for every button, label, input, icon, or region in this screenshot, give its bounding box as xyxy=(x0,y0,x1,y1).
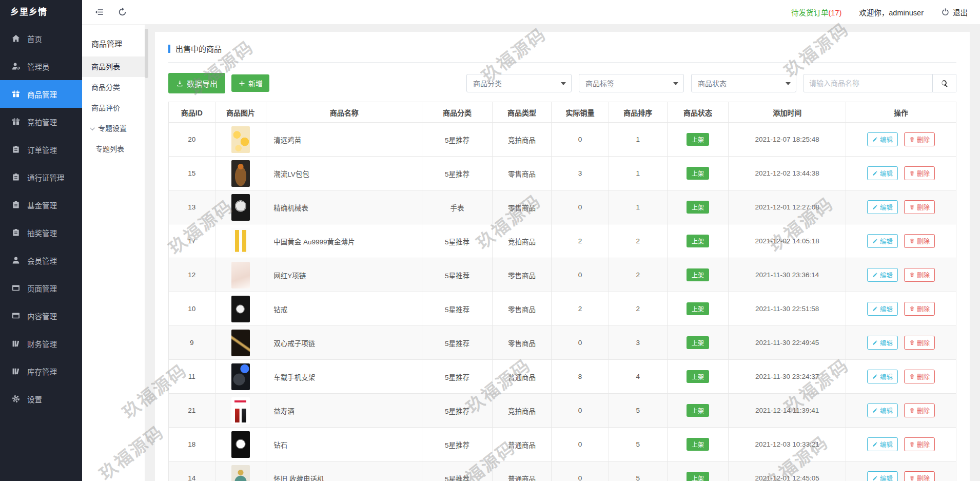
delete-button[interactable]: 删除 xyxy=(904,268,935,282)
logout-label: 退出 xyxy=(953,7,968,17)
product-name: 潮流LV包包 xyxy=(266,157,422,190)
sidebar-item-orders[interactable]: 订单管理 xyxy=(0,136,82,163)
pencil-icon xyxy=(872,306,878,312)
delete-button[interactable]: 删除 xyxy=(904,166,935,180)
product-category: 5星推荐 xyxy=(422,360,493,394)
submenu-item-product-review[interactable]: 商品评价 xyxy=(82,98,145,118)
delete-button[interactable]: 删除 xyxy=(904,370,935,383)
product-thumbnail[interactable] xyxy=(231,397,250,424)
edit-button[interactable]: 编辑 xyxy=(867,471,898,481)
edit-label: 编辑 xyxy=(880,304,893,314)
product-id: 21 xyxy=(169,394,215,428)
plus-icon xyxy=(238,80,246,87)
edit-button[interactable]: 编辑 xyxy=(867,268,898,282)
category-filter-select[interactable]: 商品分类 xyxy=(466,74,572,92)
page-icon xyxy=(11,283,21,293)
product-status-cell: 上架 xyxy=(667,394,729,428)
delete-label: 删除 xyxy=(917,202,930,212)
edit-label: 编辑 xyxy=(880,406,893,415)
delete-button[interactable]: 删除 xyxy=(904,302,935,316)
content-scrollbar-thumb[interactable] xyxy=(145,29,148,78)
status-badge: 上架 xyxy=(687,404,709,417)
sidebar-item-finance[interactable]: 财务管理 xyxy=(0,330,82,357)
product-thumbnail[interactable] xyxy=(231,160,250,187)
delete-button[interactable]: 删除 xyxy=(904,234,935,248)
product-id: 14 xyxy=(169,461,215,481)
sidebar-item-pages[interactable]: 页面管理 xyxy=(0,274,82,302)
edit-button[interactable]: 编辑 xyxy=(867,234,898,248)
product-type: 竞拍商品 xyxy=(492,123,551,157)
product-sales: 0 xyxy=(551,461,609,481)
logout-button[interactable]: 退出 xyxy=(941,7,968,17)
refresh-icon[interactable] xyxy=(117,7,127,17)
submenu-item-topic-settings[interactable]: 专题设置 xyxy=(82,118,145,139)
sidebar-item-members[interactable]: 会员管理 xyxy=(0,246,82,274)
app-shell: 乡里乡情 首页 管理员 商品管理 竞拍管理 订单管理 通行证管理 基金管理 抽奖… xyxy=(0,0,980,481)
edit-button[interactable]: 编辑 xyxy=(867,336,898,350)
submenu-item-product-list[interactable]: 商品列表 xyxy=(82,56,145,77)
edit-button[interactable]: 编辑 xyxy=(867,370,898,383)
status-filter-select[interactable]: 商品状态 xyxy=(691,74,796,92)
product-thumbnail[interactable] xyxy=(231,363,250,390)
sidebar-item-settings[interactable]: 设置 xyxy=(0,385,82,413)
product-sales: 0 xyxy=(551,394,609,428)
sidebar-item-passport[interactable]: 通行证管理 xyxy=(0,163,82,191)
delete-button[interactable]: 删除 xyxy=(904,200,935,214)
product-sort: 5 xyxy=(609,461,668,481)
delete-button[interactable]: 删除 xyxy=(904,437,935,451)
sidebar-item-admin[interactable]: 管理员 xyxy=(0,52,82,80)
edit-button[interactable]: 编辑 xyxy=(867,437,898,451)
search-button[interactable] xyxy=(933,74,956,92)
sidebar-item-auction[interactable]: 竞拍管理 xyxy=(0,108,82,136)
export-data-button[interactable]: 数据导出 xyxy=(168,73,225,93)
edit-button[interactable]: 编辑 xyxy=(867,166,898,180)
product-image-cell xyxy=(215,394,266,428)
edit-button[interactable]: 编辑 xyxy=(867,200,898,214)
sidebar-item-goods[interactable]: 商品管理 xyxy=(0,80,82,108)
product-thumbnail[interactable] xyxy=(231,194,250,221)
edit-label: 编辑 xyxy=(880,168,893,178)
product-sort: 1 xyxy=(609,123,668,157)
product-status-cell: 上架 xyxy=(667,258,729,292)
sidebar-item-fund[interactable]: 基金管理 xyxy=(0,191,82,219)
pencil-icon xyxy=(872,272,878,278)
edit-button[interactable]: 编辑 xyxy=(867,132,898,146)
add-product-label: 新增 xyxy=(248,78,263,88)
filters: 商品分类 商品标签 商品状态 xyxy=(466,74,956,92)
search-input[interactable] xyxy=(803,74,933,92)
trash-icon xyxy=(909,408,915,413)
col-header-type: 商品类型 xyxy=(492,102,551,123)
auction-icon xyxy=(11,117,21,126)
pencil-icon xyxy=(872,204,878,210)
product-id: 17 xyxy=(169,224,215,258)
tag-filter-select[interactable]: 商品标签 xyxy=(579,74,684,92)
edit-button[interactable]: 编辑 xyxy=(867,302,898,316)
sidebar-item-label: 设置 xyxy=(27,394,42,405)
product-thumbnail[interactable] xyxy=(231,330,250,356)
product-image-cell xyxy=(215,292,266,326)
delete-button[interactable]: 删除 xyxy=(904,336,935,350)
pending-orders-link[interactable]: 待发货订单(17) xyxy=(791,7,841,17)
sidebar-item-inventory[interactable]: 库存管理 xyxy=(0,357,82,385)
pencil-icon xyxy=(872,340,878,345)
submenu-item-topic-list[interactable]: 专题列表 xyxy=(82,139,145,159)
add-product-button[interactable]: 新增 xyxy=(231,74,269,92)
delete-button[interactable]: 删除 xyxy=(904,403,935,417)
product-type: 零售商品 xyxy=(492,258,551,292)
collapse-sidebar-icon[interactable] xyxy=(94,7,104,17)
sidebar-item-content[interactable]: 内容管理 xyxy=(0,302,82,330)
sidebar-item-home[interactable]: 首页 xyxy=(0,25,82,52)
product-thumbnail[interactable] xyxy=(231,126,250,153)
sidebar-item-lottery[interactable]: 抽奖管理 xyxy=(0,219,82,246)
delete-button[interactable]: 删除 xyxy=(904,132,935,146)
product-thumbnail[interactable] xyxy=(231,228,250,255)
edit-button[interactable]: 编辑 xyxy=(867,403,898,417)
delete-button[interactable]: 删除 xyxy=(904,471,935,481)
page-title: 出售中的商品 xyxy=(168,43,956,54)
product-thumbnail[interactable] xyxy=(231,296,250,322)
product-sort: 1 xyxy=(609,190,668,224)
product-thumbnail[interactable] xyxy=(231,431,250,458)
product-thumbnail[interactable] xyxy=(231,465,250,481)
submenu-item-product-category[interactable]: 商品分类 xyxy=(82,77,145,98)
product-thumbnail[interactable] xyxy=(231,262,250,288)
